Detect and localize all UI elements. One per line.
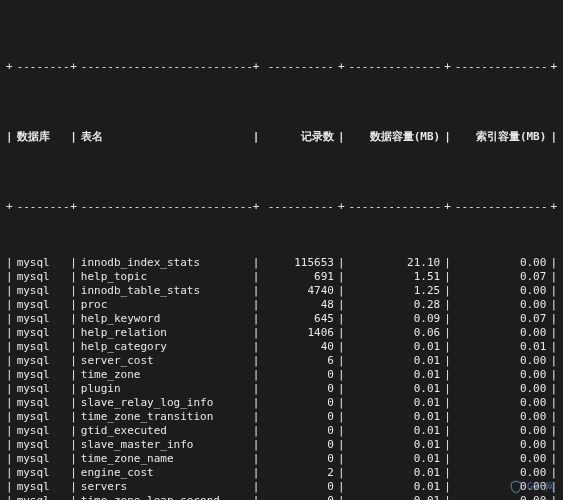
mysql-result-output: +--------+---------------------------+--… (0, 0, 563, 500)
table-row: |mysql|time_zone_transition|0|0.01|0.00| (6, 410, 557, 424)
cell-rowcount: 0 (259, 494, 338, 500)
cell-database: mysql (13, 452, 71, 466)
cell-index-mb: 0.00 (451, 382, 551, 396)
cell-index-mb: 0.00 (451, 284, 551, 298)
cell-table: plugin (77, 382, 253, 396)
cell-database: mysql (13, 312, 71, 326)
cell-database: mysql (13, 354, 71, 368)
cell-index-mb: 0.07 (451, 270, 551, 284)
cell-database: mysql (13, 326, 71, 340)
cell-index-mb: 0.00 (451, 354, 551, 368)
cell-table: help_category (77, 340, 253, 354)
cell-database: mysql (13, 368, 71, 382)
table-border-top: +--------+---------------------------+--… (6, 60, 557, 74)
table-border-mid: +--------+---------------------------+--… (6, 200, 557, 214)
table-row: |mysql|slave_master_info|0|0.01|0.00| (6, 438, 557, 452)
cell-rowcount: 2 (259, 466, 338, 480)
cell-rowcount: 0 (259, 452, 338, 466)
cell-table: server_cost (77, 354, 253, 368)
cell-data-mb: 0.01 (345, 410, 445, 424)
cell-rowcount: 0 (259, 382, 338, 396)
col-header-table: 表名 (77, 130, 253, 144)
shield-icon (509, 480, 523, 494)
cell-data-mb: 1.25 (345, 284, 445, 298)
col-header-rowcount: 记录数 (259, 130, 338, 144)
cell-rowcount: 1406 (259, 326, 338, 340)
table-row: |mysql|help_category|40|0.01|0.01| (6, 340, 557, 354)
cell-rowcount: 645 (259, 312, 338, 326)
cell-data-mb: 0.01 (345, 396, 445, 410)
cell-index-mb: 0.00 (451, 326, 551, 340)
table-row: |mysql|server_cost|6|0.01|0.00| (6, 354, 557, 368)
cell-database: mysql (13, 340, 71, 354)
cell-database: mysql (13, 284, 71, 298)
cell-data-mb: 0.01 (345, 382, 445, 396)
cell-data-mb: 0.01 (345, 340, 445, 354)
cell-table: help_relation (77, 326, 253, 340)
cell-data-mb: 0.01 (345, 368, 445, 382)
cell-data-mb: 0.28 (345, 298, 445, 312)
cell-data-mb: 0.01 (345, 466, 445, 480)
cell-data-mb: 0.01 (345, 354, 445, 368)
table-row: |mysql|slave_relay_log_info|0|0.01|0.00| (6, 396, 557, 410)
table-body: |mysql|innodb_index_stats|115653|21.10|0… (6, 256, 557, 500)
table-row: |mysql|servers|0|0.01|0.00| (6, 480, 557, 494)
cell-data-mb: 0.01 (345, 452, 445, 466)
cell-table: gtid_executed (77, 424, 253, 438)
cell-table: help_keyword (77, 312, 253, 326)
cell-table: time_zone_leap_second (77, 494, 253, 500)
cell-index-mb: 0.00 (451, 256, 551, 270)
cell-data-mb: 0.01 (345, 480, 445, 494)
cell-database: mysql (13, 480, 71, 494)
cell-rowcount: 48 (259, 298, 338, 312)
cell-table: time_zone (77, 368, 253, 382)
cell-database: mysql (13, 438, 71, 452)
cell-database: mysql (13, 396, 71, 410)
watermark-brand: Gxl (527, 481, 545, 492)
cell-data-mb: 0.09 (345, 312, 445, 326)
cell-index-mb: 0.00 (451, 494, 551, 500)
cell-index-mb: 0.01 (451, 340, 551, 354)
table-row: |mysql|engine_cost|2|0.01|0.00| (6, 466, 557, 480)
table-row: |mysql|innodb_index_stats|115653|21.10|0… (6, 256, 557, 270)
cell-index-mb: 0.00 (451, 438, 551, 452)
cell-data-mb: 1.51 (345, 270, 445, 284)
cell-table: time_zone_transition (77, 410, 253, 424)
cell-index-mb: 0.00 (451, 368, 551, 382)
col-header-data-mb: 数据容量(MB) (345, 130, 445, 144)
cell-table: engine_cost (77, 466, 253, 480)
cell-index-mb: 0.07 (451, 312, 551, 326)
cell-database: mysql (13, 494, 71, 500)
cell-rowcount: 4740 (259, 284, 338, 298)
cell-index-mb: 0.00 (451, 410, 551, 424)
table-row: |mysql|gtid_executed|0|0.01|0.00| (6, 424, 557, 438)
cell-database: mysql (13, 466, 71, 480)
table-row: |mysql|time_zone|0|0.01|0.00| (6, 368, 557, 382)
cell-table: servers (77, 480, 253, 494)
cell-table: time_zone_name (77, 452, 253, 466)
cell-table: help_topic (77, 270, 253, 284)
cell-rowcount: 0 (259, 438, 338, 452)
cell-database: mysql (13, 424, 71, 438)
cell-index-mb: 0.00 (451, 396, 551, 410)
cell-rowcount: 691 (259, 270, 338, 284)
table-row: |mysql|help_relation|1406|0.06|0.00| (6, 326, 557, 340)
cell-database: mysql (13, 256, 71, 270)
table-row: |mysql|help_topic|691|1.51|0.07| (6, 270, 557, 284)
cell-database: mysql (13, 410, 71, 424)
cell-rowcount: 0 (259, 410, 338, 424)
cell-table: proc (77, 298, 253, 312)
table-row: |mysql|time_zone_name|0|0.01|0.00| (6, 452, 557, 466)
table-row: |mysql|proc|48|0.28|0.00| (6, 298, 557, 312)
col-header-index-mb: 索引容量(MB) (451, 130, 551, 144)
cell-table: slave_relay_log_info (77, 396, 253, 410)
watermark-suffix: 网 (545, 481, 555, 492)
watermark: Gxl网 (509, 480, 555, 494)
cell-data-mb: 21.10 (345, 256, 445, 270)
cell-database: mysql (13, 298, 71, 312)
col-header-database: 数据库 (13, 130, 71, 144)
table-row: |mysql|plugin|0|0.01|0.00| (6, 382, 557, 396)
table-row: |mysql|time_zone_leap_second|0|0.01|0.00… (6, 494, 557, 500)
cell-index-mb: 0.00 (451, 452, 551, 466)
table-row: |mysql|help_keyword|645|0.09|0.07| (6, 312, 557, 326)
